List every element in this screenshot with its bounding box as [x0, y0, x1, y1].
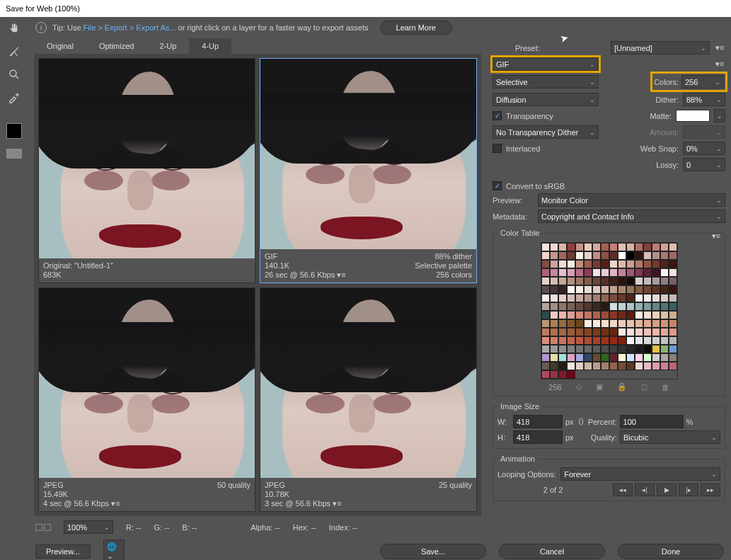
delete-color-icon[interactable]: 🗑 — [662, 383, 669, 392]
slice-visibility-toggles[interactable] — [35, 524, 51, 531]
transparency-checkbox[interactable]: ✓ — [493, 111, 502, 120]
preset-options-icon[interactable]: ▾≡ — [714, 43, 725, 52]
prev-frame-button[interactable]: ◂| — [635, 484, 655, 496]
width-input[interactable] — [513, 415, 563, 428]
matte-dropdown[interactable]: ⌄ — [714, 109, 725, 122]
looping-dropdown[interactable]: Forever⌄ — [560, 467, 720, 481]
link-icon[interactable]: ⟨⟩ — [578, 417, 584, 426]
preview-menu-icon[interactable]: ▾≡ — [333, 499, 341, 508]
browser-dropdown[interactable]: 🌐 ⌄ — [103, 539, 125, 560]
frame-counter: 2 of 2 — [497, 486, 609, 494]
amount-label: Amount: — [650, 128, 679, 137]
tip-bar: i Tip: Use File > Export > Export As... … — [28, 17, 731, 38]
shift-color-icon[interactable]: ▣ — [596, 382, 603, 392]
status-r: R: -- — [126, 523, 141, 532]
convert-srgb-label: Convert to sRGB — [506, 182, 565, 190]
resample-quality-dropdown[interactable]: Bicubic⌄ — [620, 430, 720, 444]
preview-in-browser-button[interactable]: Preview... — [35, 544, 91, 559]
dithering-dropdown[interactable]: Diffusion⌄ — [493, 93, 599, 106]
preset-dropdown[interactable]: [Unnamed]⌄ — [611, 41, 710, 55]
image-size-group: Image Size W: px ⟨⟩ Percent: % H: px — [493, 402, 725, 449]
status-b: B: -- — [182, 523, 197, 532]
done-button[interactable]: Done — [618, 544, 724, 559]
reduction-dropdown[interactable]: Selective⌄ — [493, 75, 599, 88]
transparency-dither-dropdown[interactable]: No Transparency Dither⌄ — [493, 125, 599, 139]
amount-dropdown: ⌄ — [683, 125, 725, 139]
tool-strip — [0, 17, 28, 560]
lossy-dropdown[interactable]: 0⌄ — [683, 158, 725, 171]
preview-cell-original[interactable]: Original: "Untitled-1" 683K — [38, 58, 255, 283]
zoom-dropdown[interactable]: 100%⌄ — [64, 520, 113, 534]
preset-label: Preset: — [515, 44, 540, 52]
preview-menu-icon[interactable]: ▾≡ — [111, 499, 120, 508]
websnap-label: Web Snap: — [640, 144, 679, 153]
zoom-tool-icon[interactable] — [6, 67, 22, 82]
preview-grid: Original: "Untitled-1" 683K GIF88% dithe… — [34, 54, 481, 516]
next-frame-button[interactable]: |▸ — [679, 484, 698, 496]
transparency-label: Transparency — [506, 112, 553, 120]
interlaced-label: Interlaced — [506, 144, 540, 153]
play-button[interactable]: ▶ — [657, 484, 677, 496]
format-dropdown[interactable]: GIF⌄ — [493, 57, 599, 71]
slice-tool-icon[interactable] — [6, 44, 22, 59]
tab-4up[interactable]: 4-Up — [189, 38, 231, 54]
settings-panel: Preset: [Unnamed]⌄ ▾≡ GIF⌄ ▾≡ Selective⌄… — [487, 38, 731, 560]
color-table-options-icon[interactable]: ▾≡ — [712, 232, 720, 240]
preview-image — [260, 59, 476, 249]
color-table-swatches[interactable] — [541, 242, 678, 379]
info-icon: i — [35, 22, 47, 33]
animation-group: Animation Looping Options: Forever⌄ 2 of… — [493, 455, 725, 501]
matte-swatch[interactable] — [676, 110, 710, 122]
eyedropper-tool-icon[interactable] — [6, 89, 22, 105]
interlaced-checkbox[interactable] — [493, 144, 502, 153]
convert-srgb-checkbox[interactable]: ✓ — [493, 181, 502, 190]
preview-cell-jpeg50[interactable]: JPEG50 quality 15.49K 4 sec @ 56.6 Kbps … — [38, 287, 255, 513]
preview-menu-icon[interactable]: ▾≡ — [337, 270, 345, 280]
status-index: Index: -- — [329, 523, 357, 532]
optimize-menu-icon[interactable]: ▾≡ — [714, 59, 725, 69]
window-titlebar: Save for Web (100%) — [0, 0, 731, 17]
height-input[interactable] — [513, 430, 563, 444]
preview-profile-dropdown[interactable]: Monitor Color⌄ — [538, 193, 725, 207]
percent-input[interactable] — [620, 415, 684, 428]
preview-profile-label: Preview: — [493, 196, 534, 205]
tip-link[interactable]: File > Export > Export As... — [84, 23, 176, 32]
learn-more-button[interactable]: Learn More — [380, 21, 452, 35]
tab-original[interactable]: Original — [34, 38, 86, 54]
eyedropper-color-swatch[interactable] — [6, 123, 22, 139]
preview-cell-jpeg25[interactable]: JPEG25 quality 10.78K 3 sec @ 56.6 Kbps … — [260, 287, 477, 513]
preview-image — [39, 288, 255, 479]
preview-image — [260, 288, 476, 479]
status-alpha: Alpha: -- — [251, 523, 280, 532]
color-count: 256 — [548, 383, 561, 392]
websnap-dropdown[interactable]: 0%⌄ — [683, 142, 725, 155]
colors-label: Colors: — [654, 78, 679, 86]
toggle-slices-icon[interactable] — [6, 149, 22, 159]
lock-color-icon[interactable]: 🔒 — [617, 382, 627, 392]
tab-2up[interactable]: 2-Up — [146, 38, 189, 54]
metadata-dropdown[interactable]: Copyright and Contact Info⌄ — [538, 210, 725, 223]
map-web-icon[interactable]: ◇ — [576, 382, 582, 392]
first-frame-button[interactable]: ◂◂ — [613, 484, 633, 496]
color-table-group: Color Table ▾≡ 256 ◇ ▣ 🔒 ◻ 🗑 — [493, 229, 725, 396]
new-color-icon[interactable]: ◻ — [641, 382, 647, 392]
lossy-label: Lossy: — [656, 161, 679, 169]
metadata-label: Metadata: — [493, 212, 534, 221]
dither-amount-dropdown[interactable]: 88%⌄ — [683, 93, 725, 106]
status-hex: Hex: -- — [293, 523, 316, 532]
cancel-button[interactable]: Cancel — [499, 544, 605, 559]
dither-label: Dither: — [656, 96, 679, 104]
preview-cell-gif[interactable]: GIF88% dither 140.1KSelective palette 26… — [260, 58, 477, 283]
status-g: G: -- — [154, 523, 169, 532]
matte-label: Matte: — [650, 112, 672, 120]
last-frame-button[interactable]: ▸▸ — [701, 484, 720, 496]
bottom-bar: 100%⌄ R: -- G: -- B: -- Alpha: -- Hex: -… — [28, 516, 731, 560]
preview-tabs: Original Optimized 2-Up 4-Up — [34, 38, 481, 54]
hand-tool-icon[interactable] — [6, 21, 22, 37]
preview-image — [39, 59, 255, 258]
colors-dropdown[interactable]: 256⌄ — [681, 75, 724, 88]
tab-optimized[interactable]: Optimized — [86, 38, 147, 54]
save-button[interactable]: Save... — [380, 544, 486, 559]
svg-point-0 — [10, 70, 16, 76]
window-title: Save for Web (100%) — [6, 4, 80, 13]
